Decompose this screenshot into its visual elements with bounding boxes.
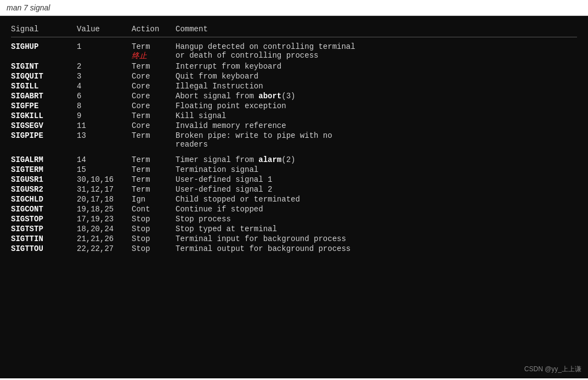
signal-value: 30,10,16 <box>77 175 132 185</box>
signal-action: Core <box>132 101 176 111</box>
signal-comment: Abort signal from abort(3) <box>176 91 577 101</box>
signal-name: SIGCHLD <box>11 194 77 204</box>
signal-comment: Invalid memory reference <box>176 121 577 131</box>
signal-action: Term <box>132 185 176 194</box>
signal-action: Stop <box>132 224 176 234</box>
signal-value: 31,12,17 <box>77 185 132 194</box>
signal-value: 21,21,26 <box>77 234 132 244</box>
signal-name: SIGHUP <box>11 42 77 62</box>
table-row: SIGSEGV11CoreInvalid memory reference <box>11 121 577 131</box>
signal-name: SIGSEGV <box>11 121 77 131</box>
signal-action: Term <box>132 111 176 121</box>
signal-action: Core <box>132 91 176 101</box>
header-signal: Signal <box>11 23 77 37</box>
table-row: SIGTSTP18,20,24StopStop typed at termina… <box>11 224 577 234</box>
table-row: SIGPIPE13TermBroken pipe: write to pipe … <box>11 131 577 149</box>
signal-comment: Stop typed at terminal <box>176 224 577 234</box>
table-row: SIGTERM15TermTermination signal <box>11 165 577 175</box>
signal-comment: Illegal Instruction <box>176 81 577 91</box>
signal-action: Core <box>132 81 176 91</box>
header-value: Value <box>77 23 132 37</box>
signal-comment: Terminal output for background process <box>176 244 577 254</box>
signal-action: Stop <box>132 234 176 244</box>
signal-name: SIGPIPE <box>11 131 77 149</box>
signal-comment: Stop process <box>176 214 577 224</box>
signal-comment: Quit from keyboard <box>176 71 577 81</box>
signal-name: SIGTSTP <box>11 224 77 234</box>
table-row: SIGABRT6CoreAbort signal from abort(3) <box>11 91 577 101</box>
signal-name: SIGUSR1 <box>11 175 77 185</box>
table-row: SIGUSR231,12,17TermUser-defined signal 2 <box>11 185 577 194</box>
signal-action: Stop <box>132 214 176 224</box>
table-row <box>11 149 577 155</box>
signal-action: Term终止 <box>132 42 176 62</box>
signal-name: SIGUSR2 <box>11 185 77 194</box>
header-action: Action <box>132 23 176 37</box>
signal-value: 20,17,18 <box>77 194 132 204</box>
signal-action: Cont <box>132 204 176 214</box>
signal-value: 15 <box>77 165 132 175</box>
signal-value: 4 <box>77 81 132 91</box>
table-row: SIGCONT19,18,25ContContinue if stopped <box>11 204 577 214</box>
signal-comment: Child stopped or terminated <box>176 194 577 204</box>
signal-value: 19,18,25 <box>77 204 132 214</box>
watermark: CSDN @yy_上上谦 <box>524 365 581 374</box>
table-row: SIGTTOU22,22,27StopTerminal output for b… <box>11 244 577 254</box>
signal-table: Signal Value Action Comment SIGHUP1Term终… <box>11 23 577 254</box>
table-header-row: Signal Value Action Comment <box>11 23 577 37</box>
signal-comment: Terminal input for background process <box>176 234 577 244</box>
signal-comment: Termination signal <box>176 165 577 175</box>
table-row: SIGCHLD20,17,18IgnChild stopped or termi… <box>11 194 577 204</box>
signal-name: SIGSTOP <box>11 214 77 224</box>
signal-name: SIGCONT <box>11 204 77 214</box>
signal-action: Term <box>132 165 176 175</box>
signal-name: SIGKILL <box>11 111 77 121</box>
signal-comment: Hangup detected on controlling terminalo… <box>176 42 577 62</box>
signal-value: 8 <box>77 101 132 111</box>
signal-action: Core <box>132 71 176 81</box>
signal-action: Core <box>132 121 176 131</box>
header-spacer <box>11 37 577 42</box>
table-row: SIGUSR130,10,16TermUser-defined signal 1 <box>11 175 577 185</box>
signal-action: Stop <box>132 244 176 254</box>
signal-comment: User-defined signal 2 <box>176 185 577 194</box>
signal-name: SIGABRT <box>11 91 77 101</box>
table-row: SIGTTIN21,21,26StopTerminal input for ba… <box>11 234 577 244</box>
signal-comment: Floating point exception <box>176 101 577 111</box>
signal-value: 3 <box>77 71 132 81</box>
signal-value: 1 <box>77 42 132 62</box>
table-row: SIGILL4CoreIllegal Instruction <box>11 81 577 91</box>
signal-name: SIGINT <box>11 62 77 71</box>
signal-name: SIGILL <box>11 81 77 91</box>
terminal-content: Signal Value Action Comment SIGHUP1Term终… <box>0 16 588 378</box>
table-row: SIGKILL9TermKill signal <box>11 111 577 121</box>
signal-name: SIGTTIN <box>11 234 77 244</box>
signal-comment: Interrupt from keyboard <box>176 62 577 71</box>
signal-name: SIGTERM <box>11 165 77 175</box>
signal-value: 2 <box>77 62 132 71</box>
signal-action: Term <box>132 155 176 165</box>
signal-action: Term <box>132 131 176 149</box>
signal-name: SIGALRM <box>11 155 77 165</box>
signal-value: 17,19,23 <box>77 214 132 224</box>
signal-name: SIGFPE <box>11 101 77 111</box>
table-row: SIGFPE8CoreFloating point exception <box>11 101 577 111</box>
table-row: SIGHUP1Term终止Hangup detected on controll… <box>11 42 577 62</box>
signal-comment: Broken pipe: write to pipe with noreader… <box>176 131 577 149</box>
page-title: man 7 signal <box>7 3 50 12</box>
header-comment: Comment <box>176 23 577 37</box>
signal-value: 18,20,24 <box>77 224 132 234</box>
signal-name: SIGQUIT <box>11 71 77 81</box>
table-row: SIGINT2TermInterrupt from keyboard <box>11 62 577 71</box>
signal-value: 22,22,27 <box>77 244 132 254</box>
signal-comment: Kill signal <box>176 111 577 121</box>
table-row: SIGALRM14TermTimer signal from alarm(2) <box>11 155 577 165</box>
signal-comment: Continue if stopped <box>176 204 577 214</box>
signal-value: 11 <box>77 121 132 131</box>
signal-name: SIGTTOU <box>11 244 77 254</box>
signal-action: Term <box>132 175 176 185</box>
signal-comment: User-defined signal 1 <box>176 175 577 185</box>
table-row: SIGQUIT3CoreQuit from keyboard <box>11 71 577 81</box>
table-row: SIGSTOP17,19,23StopStop process <box>11 214 577 224</box>
signal-value: 14 <box>77 155 132 165</box>
